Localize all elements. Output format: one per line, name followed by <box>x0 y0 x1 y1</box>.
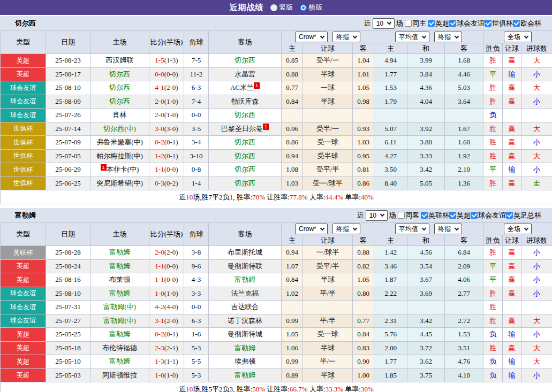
odds-source-select[interactable]: Crow* <box>295 224 328 234</box>
match-date: 25-07-27 <box>46 314 90 328</box>
full-match-select[interactable]: 全场 <box>504 32 532 42</box>
away-team-link[interactable]: 富勒姆 <box>235 371 255 379</box>
full-match-group-header: 全场 <box>483 223 552 235</box>
away-team-link[interactable]: 切尔西 <box>235 165 255 173</box>
league-filter-checkbox[interactable]: 球会友谊 <box>449 19 485 28</box>
odds-handicap: 半/一 <box>303 355 353 369</box>
full-time-score: 0-0 <box>155 70 164 78</box>
half-time-score: (1-0) <box>164 371 178 379</box>
league-filter-checkbox[interactable]: 英超 <box>449 211 471 220</box>
match-row: 球会友谊25-08-10切尔西4-1(2-0)6-3AC米兰10.77一球1.0… <box>1 81 552 95</box>
away-team-link[interactable]: 曼彻斯特城 <box>228 330 262 338</box>
recent-count-select[interactable]: 10 <box>366 210 388 221</box>
league-filter-checkbox[interactable]: 欧会杯 <box>513 19 541 28</box>
away-team-link[interactable]: 诺丁汉森林 <box>228 317 262 325</box>
home-team-link[interactable]: 肖林 <box>113 111 127 119</box>
away-team-link[interactable]: 法兰克福 <box>231 289 259 297</box>
home-team-link[interactable]: 突尼斯希望(中) <box>96 179 143 187</box>
away-team-link[interactable]: 切尔西 <box>235 152 255 160</box>
avg-away <box>445 301 483 314</box>
away-team-link[interactable]: 切尔西 <box>235 138 255 146</box>
odds-handicap: 半球 <box>303 95 353 109</box>
corner-score: 3-10 <box>184 149 209 163</box>
avg-source-select[interactable]: 平均值 <box>395 224 429 234</box>
avg-source-select[interactable]: 平均值 <box>395 32 429 42</box>
league-type-badge: 英超 <box>1 368 46 382</box>
home-team-link[interactable]: 富勒姆(中) <box>103 317 136 325</box>
summary-stat-value: 77.8% <box>290 193 308 201</box>
full-time-score: 1-1 <box>155 262 164 270</box>
page-title: 近期战绩 <box>230 3 264 13</box>
home-team-link[interactable]: 切尔西 <box>109 97 130 105</box>
summary-text: 近 <box>179 385 186 392</box>
odds-final-select[interactable]: 终指 <box>332 32 360 42</box>
near-label: 近 <box>364 19 371 28</box>
avg-final-select[interactable]: 终指 <box>434 32 462 42</box>
avg-final-select[interactable]: 终指 <box>434 224 462 234</box>
avg-draw: 3.80 <box>407 136 445 150</box>
home-team-link[interactable]: 切尔西 <box>109 83 130 91</box>
home-team-link[interactable]: 富勒姆 <box>109 248 130 256</box>
away-team-link[interactable]: 水晶宫 <box>235 70 255 78</box>
odds-final-select[interactable]: 终指 <box>332 224 360 234</box>
odds-handicap: 平/半 <box>303 314 353 328</box>
home-team-link[interactable]: 本菲卡(中) <box>107 165 139 173</box>
away-team-link[interactable]: 巴黎圣日尔曼 <box>221 125 263 133</box>
away-team-link[interactable]: 富勒姆 <box>235 344 255 352</box>
home-team-link[interactable]: 布伦特福德 <box>102 344 137 352</box>
away-team-link[interactable]: AC米兰 <box>230 83 254 91</box>
half-time-score: (2-0) <box>164 317 178 325</box>
corner-score: 0-0 <box>184 109 209 122</box>
league-filter-checkbox[interactable]: 英超 <box>428 19 449 28</box>
away-team-link[interactable]: 勒沃库森 <box>231 97 259 105</box>
home-team-link[interactable]: 阿斯顿维拉 <box>102 371 137 379</box>
away-team-link[interactable]: 布里斯托城 <box>228 248 262 256</box>
league-type-badge: 世俱杯 <box>1 163 46 177</box>
home-team-link[interactable]: 切尔西 <box>109 70 130 78</box>
home-team-link[interactable]: 布莱顿 <box>109 275 130 283</box>
away-team-link[interactable]: 吉达联合 <box>231 303 259 311</box>
same-venue-checkbox[interactable]: 同主 <box>405 19 426 28</box>
chevron-down-icon <box>455 226 459 230</box>
recent-count-select[interactable]: 10 <box>373 18 395 29</box>
home-team-link[interactable]: 富勒姆(中) <box>103 303 136 311</box>
home-team-link[interactable]: 切尔西(中) <box>103 125 136 133</box>
result-handicap <box>503 301 521 314</box>
away-team-link[interactable]: 切尔西 <box>235 111 255 119</box>
home-team-link[interactable]: 富勒姆 <box>109 262 130 270</box>
away-team-link[interactable]: 切尔西 <box>235 179 255 187</box>
odds-source-select[interactable]: Crow* <box>295 32 328 42</box>
league-type-badge: 世俱杯 <box>1 136 46 150</box>
same-venue-checkbox[interactable]: 同客 <box>398 211 419 220</box>
result-outcome: 平 <box>483 163 503 177</box>
league-type-badge: 英超 <box>1 341 46 355</box>
odds-home: 0.94 <box>282 246 303 260</box>
league-filter-checkbox[interactable]: 球会友谊 <box>471 211 506 220</box>
layout-horizontal-radio[interactable]: 横版 <box>300 3 323 12</box>
home-team-link[interactable]: 弗鲁米嫩塞(中) <box>96 138 143 146</box>
home-team-link[interactable]: 西汉姆联 <box>106 56 134 64</box>
away-team-link[interactable]: 埃弗顿 <box>235 357 255 365</box>
away-team-link[interactable]: 切尔西 <box>235 56 255 64</box>
league-filter-checkbox[interactable]: 英联杯 <box>421 211 449 220</box>
away-team-link[interactable]: 曼彻斯特联 <box>228 262 262 270</box>
result-goals: 小 <box>521 163 552 177</box>
away-team-link[interactable]: 富勒姆 <box>235 275 255 283</box>
full-match-select[interactable]: 全场 <box>504 224 532 234</box>
home-team-link[interactable]: 富勒姆 <box>109 330 130 338</box>
result-goals: 大 <box>521 54 552 68</box>
layout-vertical-radio[interactable]: 竖版 <box>270 3 293 12</box>
league-filter-checkbox[interactable]: 世俱杯 <box>485 19 513 28</box>
col-score: 比分(半场) <box>149 31 184 54</box>
half-time-score: (0-0) <box>164 262 178 270</box>
league-filter-checkbox[interactable]: 英足总杯 <box>506 211 541 220</box>
odds-home: 0.94 <box>282 149 303 163</box>
league-type-badge: 球会友谊 <box>1 301 46 314</box>
home-team-link[interactable]: 帕尔梅拉斯(中) <box>96 152 143 160</box>
home-team-cell: 切尔西(中) <box>90 122 149 136</box>
corner-score: 1-4 <box>184 176 209 190</box>
home-team-link[interactable]: 富勒姆 <box>109 289 130 297</box>
avg-draw: 3.33 <box>407 149 445 163</box>
home-team-link[interactable]: 富勒姆 <box>109 357 130 365</box>
col-avg-draw: 和 <box>407 43 445 54</box>
